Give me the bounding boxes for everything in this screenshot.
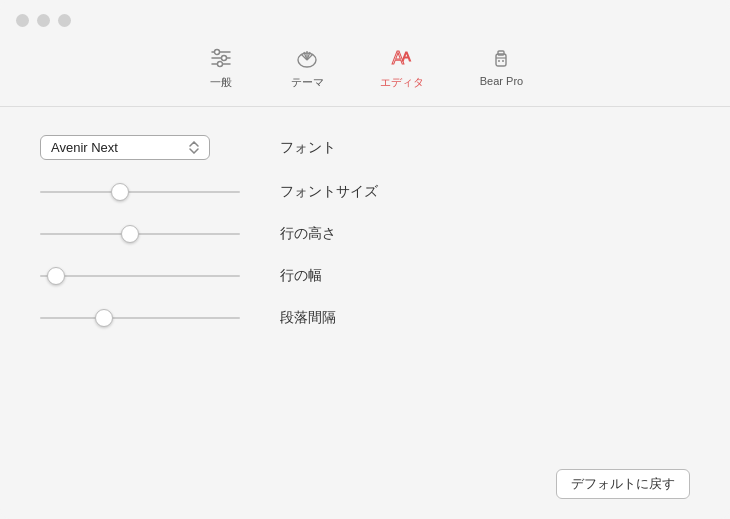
tab-bearpro[interactable]: Bear Pro bbox=[452, 37, 551, 96]
content-area: Avenir Next フォント フォントサイズ bbox=[0, 107, 730, 459]
close-button[interactable] bbox=[16, 14, 29, 27]
tab-general-label: 一般 bbox=[210, 75, 232, 90]
lineheight-row: 行の高さ bbox=[40, 224, 690, 244]
lineheight-control bbox=[40, 224, 260, 244]
font-select[interactable]: Avenir Next bbox=[40, 135, 210, 160]
paragraphspacing-thumb[interactable] bbox=[95, 309, 113, 327]
paragraphspacing-slider[interactable] bbox=[40, 308, 240, 328]
svg-text:A: A bbox=[402, 49, 411, 64]
tab-editor[interactable]: A A エディタ bbox=[352, 37, 452, 96]
linewidth-control bbox=[40, 266, 260, 286]
paragraphspacing-control bbox=[40, 308, 260, 328]
toolbar: 一般 テーマ A A bbox=[0, 27, 730, 106]
linewidth-label: 行の幅 bbox=[280, 267, 322, 285]
linewidth-row: 行の幅 bbox=[40, 266, 690, 286]
svg-point-17 bbox=[498, 60, 500, 62]
paragraphspacing-row: 段落間隔 bbox=[40, 308, 690, 328]
reset-default-button[interactable]: デフォルトに戻す bbox=[556, 469, 690, 499]
tab-theme-label: テーマ bbox=[291, 75, 324, 90]
svg-point-5 bbox=[217, 62, 222, 67]
font-label: フォント bbox=[280, 139, 336, 157]
bottom-bar: デフォルトに戻す bbox=[0, 459, 730, 519]
lineheight-slider[interactable] bbox=[40, 224, 240, 244]
linewidth-thumb[interactable] bbox=[47, 267, 65, 285]
fontsize-row: フォントサイズ bbox=[40, 182, 690, 202]
maximize-button[interactable] bbox=[58, 14, 71, 27]
minimize-button[interactable] bbox=[37, 14, 50, 27]
lineheight-track bbox=[40, 233, 240, 236]
lineheight-thumb[interactable] bbox=[121, 225, 139, 243]
svg-point-3 bbox=[221, 56, 226, 61]
linewidth-slider[interactable] bbox=[40, 266, 240, 286]
font-value: Avenir Next bbox=[51, 140, 118, 155]
fontsize-thumb[interactable] bbox=[111, 183, 129, 201]
titlebar bbox=[0, 0, 730, 27]
linewidth-track bbox=[40, 275, 240, 278]
fontsize-track bbox=[40, 191, 240, 194]
paragraphspacing-track bbox=[40, 317, 240, 320]
lineheight-label: 行の高さ bbox=[280, 225, 336, 243]
fontsize-slider[interactable] bbox=[40, 182, 240, 202]
paragraphspacing-label: 段落間隔 bbox=[280, 309, 336, 327]
chevron-updown-icon bbox=[189, 141, 199, 154]
tab-bearpro-label: Bear Pro bbox=[480, 75, 523, 87]
editor-icon: A A bbox=[388, 43, 416, 71]
font-control: Avenir Next bbox=[40, 135, 260, 160]
svg-point-1 bbox=[214, 50, 219, 55]
fontsize-control bbox=[40, 182, 260, 202]
traffic-lights bbox=[16, 14, 71, 27]
window: 一般 テーマ A A bbox=[0, 0, 730, 519]
fontsize-label: フォントサイズ bbox=[280, 183, 378, 201]
tab-general[interactable]: 一般 bbox=[179, 37, 263, 96]
general-icon bbox=[207, 43, 235, 71]
font-row: Avenir Next フォント bbox=[40, 135, 690, 160]
svg-rect-15 bbox=[498, 51, 504, 55]
svg-point-18 bbox=[502, 60, 504, 62]
bearpro-icon bbox=[487, 43, 515, 71]
tab-theme[interactable]: テーマ bbox=[263, 37, 352, 96]
svg-rect-14 bbox=[496, 54, 506, 66]
tab-editor-label: エディタ bbox=[380, 75, 424, 90]
theme-icon bbox=[293, 43, 321, 71]
